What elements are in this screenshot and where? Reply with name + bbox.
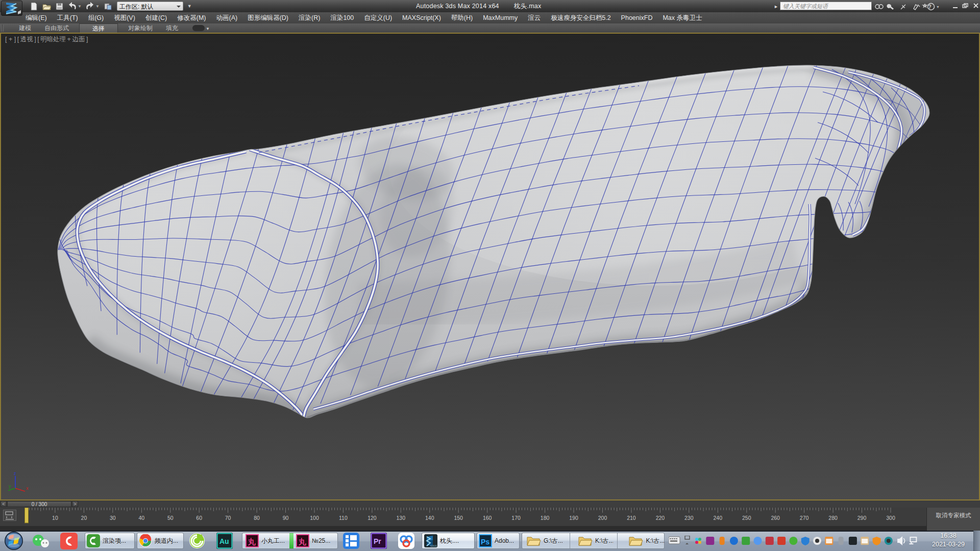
svg-text:丸: 丸: [248, 537, 256, 546]
svg-text:MAX: MAX: [430, 544, 437, 547]
svg-text:Ps: Ps: [481, 538, 489, 546]
svg-text:丸: 丸: [298, 537, 306, 546]
svg-text:Pr: Pr: [374, 537, 381, 545]
svg-text:Au: Au: [219, 537, 229, 545]
